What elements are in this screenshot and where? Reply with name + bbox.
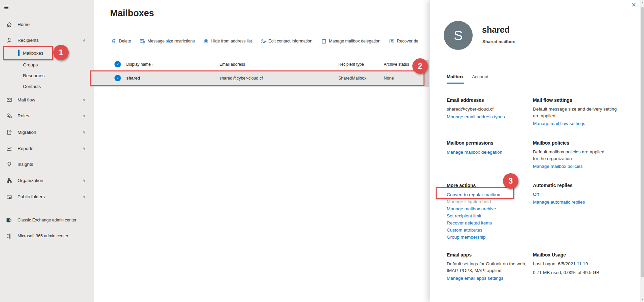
section-heading: Email addresses <box>447 97 527 103</box>
manage-mailbox-policies-link[interactable]: Manage mailbox policies <box>533 163 606 170</box>
avatar: S <box>444 21 473 50</box>
column-header-archive-status[interactable]: Archive status <box>384 62 409 67</box>
toolbar: Delete Message size restrictions Hide fr… <box>111 36 430 46</box>
hamburger-menu-icon[interactable]: ≡ <box>4 3 9 12</box>
person-briefcase-icon <box>6 113 12 119</box>
group-membership-link[interactable]: Group membership <box>447 234 527 241</box>
section-heading: Mailbox policies <box>533 140 606 146</box>
toolbar-item-label: Edit contact information <box>268 39 312 43</box>
tab-mailbox[interactable]: Mailbox <box>447 74 464 79</box>
sidebar-item-public-folders[interactable]: Public folders ∨ <box>0 191 94 202</box>
panel-subtitle: Shared mailbox <box>482 39 515 44</box>
section-email-apps: Email apps Default settings for Outlook … <box>447 252 527 282</box>
section-heading: Mailbox Usage <box>533 252 621 258</box>
panel-title: shared <box>482 25 510 35</box>
toolbar-item-label: Message size restrictions <box>147 39 195 43</box>
tab-account[interactable]: Account <box>472 74 488 79</box>
sort-asc-icon: ↑ <box>152 62 154 66</box>
chevron-down-icon: ∨ <box>83 146 86 151</box>
close-icon[interactable]: × <box>632 1 636 9</box>
sidebar-item-label: Microsoft 365 admin center <box>18 234 68 238</box>
annotation-rect-convert-link <box>436 187 514 199</box>
scroll-down-icon[interactable]: ▼ <box>641 298 644 300</box>
sidebar-item-organization[interactable]: Organization ∨ <box>0 175 94 186</box>
manage-mailbox-archive-link[interactable]: Manage mailbox archive <box>447 205 527 212</box>
sidebar-item-microsoft-365-admin-center[interactable]: Microsoft 365 admin center <box>0 231 94 241</box>
column-header-display-name[interactable]: Display name ↑ <box>126 62 154 67</box>
lightbulb-icon <box>6 161 12 167</box>
sidebar-item-label: Organization <box>18 178 43 183</box>
recover-icon <box>389 38 395 44</box>
manage-mailbox-delegation-link[interactable]: Manage mailbox delegation <box>447 149 527 156</box>
sidebar-item-insights[interactable]: Insights <box>0 159 94 170</box>
email-address-value: shared@cyber-cloud.cf <box>447 106 527 113</box>
manage-email-apps-settings-link[interactable]: Manage email apps settings <box>447 275 527 282</box>
toolbar-item-label: Recover de <box>397 39 418 43</box>
trash-icon <box>111 38 116 44</box>
section-mailbox-permissions: Mailbox permissions Manage mailbox deleg… <box>447 140 527 156</box>
manage-email-address-types-link[interactable]: Manage email address types <box>447 113 527 120</box>
hide-from-address-list-button[interactable]: Hide from address list <box>203 38 252 44</box>
edit-pencil-icon <box>261 38 266 44</box>
section-email-addresses: Email addresses shared@cyber-cloud.cf Ma… <box>447 97 527 120</box>
sidebar-item-roles[interactable]: Roles ∨ <box>0 110 94 121</box>
clipboard-icon <box>321 38 327 44</box>
chevron-down-icon: ∨ <box>83 130 86 134</box>
window-scrollbar-thumb[interactable] <box>641 7 644 277</box>
section-mailbox-policies: Mailbox policies Default mailbox policie… <box>533 140 606 170</box>
hide-address-icon <box>203 38 209 44</box>
sidebar-item-groups[interactable]: Groups <box>0 59 94 70</box>
annotation-step-2: 2 <box>412 58 428 74</box>
chevron-down-icon: ∨ <box>83 98 86 102</box>
automatic-replies-status: Off <box>533 191 618 198</box>
custom-attributes-link[interactable]: Custom attributes <box>447 227 527 234</box>
sidebar-item-home[interactable]: Home <box>0 19 94 30</box>
scroll-up-icon[interactable]: ▲ <box>641 1 644 4</box>
set-recipient-limit-link[interactable]: Set recipient limit <box>447 212 527 219</box>
sidebar-item-classic-exchange-admin-center[interactable]: Classic Exchange admin center <box>0 215 94 225</box>
sidebar-item-label: Contacts <box>23 84 41 89</box>
sidebar-item-label: Classic Exchange admin center <box>18 218 76 222</box>
envelope-icon <box>6 97 12 103</box>
sidebar-item-reports[interactable]: Reports ∨ <box>0 143 94 154</box>
chevron-down-icon: ∨ <box>83 178 86 183</box>
message-size-restrictions-button[interactable]: Message size restrictions <box>140 38 195 44</box>
select-all-checkbox[interactable]: ✓ <box>114 61 121 67</box>
manage-mail-flow-settings-link[interactable]: Manage mail flow settings <box>533 120 618 127</box>
recover-deleted-items-button[interactable]: Recover de <box>389 38 418 44</box>
sidebar-item-label: Mail flow <box>18 97 35 102</box>
sidebar-item-label: Migration <box>18 130 36 135</box>
section-heading: Mail flow settings <box>533 97 618 103</box>
sidebar-item-label: Reports <box>18 146 33 151</box>
annotation-step-1: 1 <box>53 45 69 60</box>
sidebar-item-resources[interactable]: Resources <box>0 70 94 81</box>
toolbar-item-label: Hide from address list <box>211 39 252 43</box>
chevron-up-icon: ∧ <box>83 38 86 42</box>
sidebar-item-migration[interactable]: Migration ∨ <box>0 127 94 138</box>
recover-deleted-items-link[interactable]: Recover deleted items <box>447 219 527 227</box>
column-header-email-address[interactable]: Email address <box>219 62 245 67</box>
delete-button[interactable]: Delete <box>111 38 131 44</box>
annotation-step-3: 3 <box>503 173 518 189</box>
manage-automatic-replies-link[interactable]: Manage automatic replies <box>533 199 618 206</box>
section-text: Default mailbox policies are applied for… <box>533 149 606 162</box>
chevron-down-icon: ∨ <box>83 194 86 199</box>
section-automatic-replies: Automatic replies Off Manage automatic r… <box>533 182 618 206</box>
section-heading: Automatic replies <box>533 182 618 189</box>
folder-globe-icon <box>6 193 12 200</box>
person-icon <box>6 37 12 43</box>
chevron-down-icon: ∨ <box>83 114 86 118</box>
envelope-size-icon <box>140 38 145 44</box>
manage-litigation-hold-link: Manage litigation hold <box>447 198 527 205</box>
manage-mailbox-delegation-button[interactable]: Manage mailbox delegation <box>321 38 380 44</box>
sidebar-item-contacts[interactable]: Contacts <box>0 81 94 92</box>
column-header-recipient-type[interactable]: Recipient type <box>338 62 364 67</box>
section-mailbox-usage: Mailbox Usage Last Logon: 6/5/2021 11:19… <box>533 252 621 277</box>
sidebar-item-recipients[interactable]: Recipients ∧ <box>0 35 94 46</box>
table-header: ✓ Display name ↑ Email address Recipient… <box>94 60 429 70</box>
sidebar-item-mail-flow[interactable]: Mail flow ∨ <box>0 94 94 105</box>
sidebar-item-label: Roles <box>18 113 29 118</box>
edit-contact-information-button[interactable]: Edit contact information <box>261 38 312 44</box>
sidebar-item-label: Recipients <box>18 38 39 43</box>
last-logon-value: Last Logon: 6/5/2021 11:19 <box>533 261 621 267</box>
